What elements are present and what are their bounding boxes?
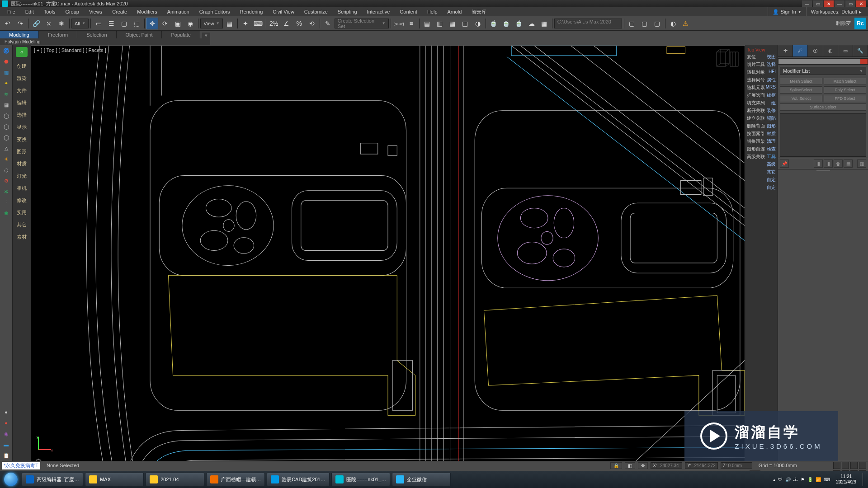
side-item-14[interactable]: 素材: [13, 232, 31, 242]
sel-spline[interactable]: SplineSelect: [780, 86, 822, 94]
side-item-5[interactable]: 显示: [13, 122, 31, 132]
side-item-8[interactable]: 材质: [13, 159, 31, 169]
sr-icon-4[interactable]: [859, 462, 866, 469]
redo-button[interactable]: ↷: [14, 18, 26, 29]
select-object-button[interactable]: ▭: [93, 18, 104, 29]
render-frame-button[interactable]: 🍵: [500, 18, 512, 29]
side-item-7[interactable]: 图形: [13, 147, 31, 156]
qp-row-6[interactable]: 填充阵列组: [746, 99, 777, 107]
sel-mesh[interactable]: Mesh Select: [780, 78, 822, 85]
qp-row-14[interactable]: 高级: [746, 161, 777, 168]
tray-icon[interactable]: 📶: [816, 477, 821, 482]
link-button[interactable]: 🔗: [30, 18, 42, 29]
menu-civil-view[interactable]: Civil View: [268, 8, 298, 15]
ribbon-tab-selection[interactable]: Selection: [77, 31, 116, 38]
curve-editor-button[interactable]: ▦: [447, 18, 458, 29]
start-button[interactable]: [2, 473, 20, 486]
render-production-button[interactable]: 🍵: [513, 18, 525, 29]
lt-icon-9[interactable]: ◯: [2, 133, 11, 142]
isolate-selection-icon[interactable]: ◧: [625, 462, 635, 469]
keyboard-shortcut-button[interactable]: ⌨: [252, 18, 264, 29]
align-button[interactable]: ≡: [406, 18, 417, 29]
tb-extra-2[interactable]: ▢: [639, 18, 651, 29]
qp-row-8[interactable]: 建立关联塌陷: [746, 115, 777, 122]
workspace-selector[interactable]: Workspaces: Default ▸: [807, 9, 865, 15]
remove-modifier-button[interactable]: 🗑: [834, 160, 843, 168]
lt-icon-7[interactable]: ◯: [2, 111, 11, 120]
qp-row-9[interactable]: 删除背面图形: [746, 122, 777, 130]
collapse-sidebar-button[interactable]: «: [16, 47, 28, 57]
menu-arnold[interactable]: Arnold: [443, 8, 467, 15]
menu-modifiers[interactable]: Modifiers: [132, 8, 162, 15]
selection-set-dropdown[interactable]: Create Selection Set▼: [335, 19, 389, 28]
lt-icon-15[interactable]: ⋮: [2, 198, 11, 207]
select-and-move-button[interactable]: ✥: [146, 18, 158, 29]
lt-icon-6[interactable]: ▦: [2, 100, 11, 109]
render-setup-button[interactable]: 🍵: [488, 18, 500, 29]
cmd-tab-create[interactable]: ✚: [778, 45, 793, 56]
sel-patch[interactable]: Patch Select: [824, 78, 866, 85]
ribbon-dropdown-icon[interactable]: ▾: [202, 33, 210, 38]
schematic-view-button[interactable]: ◫: [459, 18, 471, 29]
snap-toggle-2d-button[interactable]: 2½: [268, 18, 280, 29]
modifier-list-dropdown[interactable]: Modifier List▼: [780, 67, 866, 75]
minimize2-button[interactable]: —: [835, 0, 844, 7]
menu-scripting[interactable]: Scripting: [333, 8, 362, 15]
lt-icon-clipboard[interactable]: 📋: [2, 451, 11, 460]
select-by-name-button[interactable]: ☰: [105, 18, 117, 29]
ref-coord-dropdown[interactable]: View▼: [200, 19, 223, 28]
show-end-result-button[interactable]: |‖: [814, 160, 823, 168]
ribbon-tab-populate[interactable]: Populate: [162, 31, 200, 38]
rc-badge[interactable]: Rc: [854, 18, 866, 29]
viewport[interactable]: [ + ] [ Top ] [ Standard ] [ Facets ]: [31, 45, 745, 471]
task-2[interactable]: 2021-04: [146, 473, 204, 486]
unlink-button[interactable]: ⤫: [43, 18, 55, 29]
side-item-4[interactable]: 选择: [13, 110, 31, 120]
window-crossing-button[interactable]: ⬚: [131, 18, 142, 29]
tray-icon[interactable]: ⚑: [801, 477, 805, 482]
side-item-13[interactable]: 其它: [13, 220, 31, 230]
viewcube[interactable]: [715, 48, 740, 68]
side-item-1[interactable]: 渲染: [13, 74, 31, 83]
lt-icon-13[interactable]: ⚙: [2, 176, 11, 185]
coord-x[interactable]: X:-24027.34: [651, 462, 682, 469]
tray-icon[interactable]: ⌨: [824, 477, 830, 482]
warning-icon[interactable]: ⚠: [680, 18, 692, 29]
lt-icon-10[interactable]: △: [2, 144, 11, 153]
close-window-button[interactable]: ✕: [856, 0, 866, 7]
lt-icon-sphere3[interactable]: ◉: [2, 429, 11, 438]
menu-graph-editors[interactable]: Graph Editors: [195, 8, 235, 15]
lt-icon-12[interactable]: ◌: [2, 165, 11, 174]
filter-dropdown[interactable]: All▼: [71, 19, 89, 28]
select-and-place-button[interactable]: ◉: [184, 18, 196, 29]
task-0[interactable]: 高级编辑器_百度…: [22, 473, 83, 486]
material-editor-button[interactable]: ◑: [472, 18, 484, 29]
modifier-stack[interactable]: [780, 113, 866, 157]
side-item-6[interactable]: 变换: [13, 135, 31, 144]
taskbar-clock[interactable]: 11:21 2021/4/29: [833, 474, 860, 485]
side-item-3[interactable]: 编辑: [13, 98, 31, 108]
side-item-11[interactable]: 修改: [13, 196, 31, 205]
select-and-scale-button[interactable]: ▣: [172, 18, 184, 29]
sr-icon-3[interactable]: [850, 462, 858, 469]
task-3[interactable]: 广西榜帽—建领…: [206, 473, 265, 486]
lt-icon-4[interactable]: ✦: [2, 79, 11, 88]
side-item-2[interactable]: 文件: [13, 86, 31, 95]
menu-animation[interactable]: Animation: [163, 8, 194, 15]
help-button[interactable]: ◐: [667, 18, 679, 29]
mirror-button[interactable]: ▻◅: [393, 18, 405, 29]
sr-icon-2[interactable]: [842, 462, 849, 469]
cmd-tab-modify[interactable]: ☄: [793, 45, 808, 56]
qp-row-17[interactable]: 自定: [746, 184, 777, 191]
sel-poly[interactable]: Poly Select: [824, 86, 866, 94]
select-manipulate-button[interactable]: ✦: [240, 18, 251, 29]
stack-options-button[interactable]: ▥: [857, 160, 866, 168]
tray-chevron-icon[interactable]: ▴: [773, 477, 775, 482]
rectangle-region-button[interactable]: ▢: [118, 18, 130, 29]
lt-icon-3[interactable]: ▧: [2, 68, 11, 77]
render-in-cloud-button[interactable]: ☁: [526, 18, 538, 29]
signin-button[interactable]: 👤 Sign In ▼: [768, 7, 807, 16]
lt-icon-16[interactable]: ❃: [2, 209, 11, 218]
menu-rendering[interactable]: Rendering: [236, 8, 268, 15]
ribbon-tab-object-paint[interactable]: Object Paint: [117, 31, 162, 38]
